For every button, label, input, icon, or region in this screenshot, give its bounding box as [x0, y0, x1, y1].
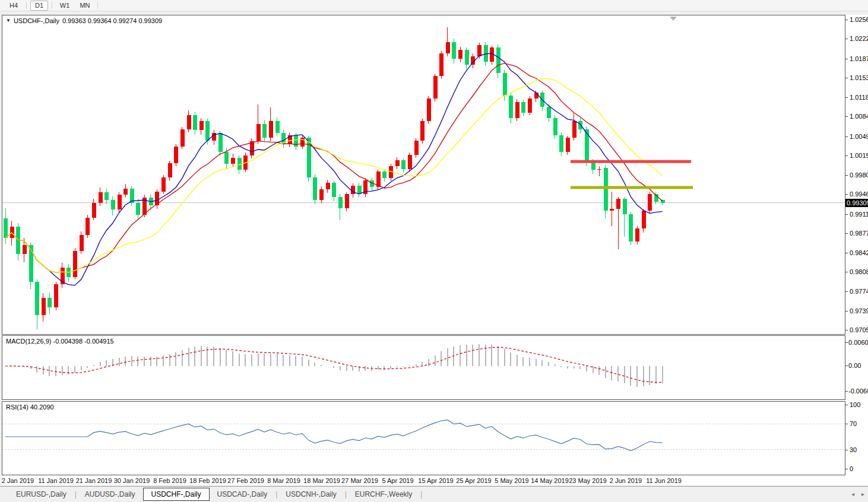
date-axis-label: 18 Mar 2019: [303, 477, 340, 484]
rsi-axis-label: 30: [850, 446, 857, 453]
candles-layer: [4, 27, 665, 329]
price-axis-label: 0.97740: [850, 288, 868, 295]
price-axis-label: 0.97390: [850, 307, 868, 314]
axis-tick: [845, 405, 848, 405]
price-axis-label: 1.01530: [850, 74, 868, 81]
timeframe-button-mn[interactable]: MN: [76, 1, 94, 11]
axis-tick: [845, 175, 848, 176]
chart-title: ▼ USDCHF-,Daily 0.99363 0.99364 0.99274 …: [6, 17, 162, 24]
date-axis-label: 23 May 2019: [569, 477, 607, 484]
candlestick-chart: [2, 15, 845, 334]
toolbar-separator: [26, 2, 27, 9]
date-axis-label: 11 Jan 2019: [38, 477, 74, 484]
tab-separator: |: [420, 490, 423, 498]
axis-tick: [845, 424, 848, 424]
date-axis-label: 27 Feb 2019: [227, 477, 264, 484]
price-axis-label: 1.01180: [850, 94, 868, 101]
timeframe-button-h4[interactable]: H4: [5, 1, 23, 11]
timeframe-button-w1[interactable]: W1: [56, 1, 74, 11]
axis-tick: [845, 116, 848, 117]
price-axis-label: 1.00840: [850, 113, 868, 120]
axis-tick: [845, 194, 848, 195]
price-axis-label: 0.98080: [850, 268, 868, 275]
toolbar-separator: [52, 2, 52, 9]
macd-axis-label: -0.006096: [848, 387, 868, 395]
chart-ohlc-values: 0.99363 0.99364 0.99274 0.99309: [62, 17, 162, 24]
date-axis-label: 5 May 2019: [495, 477, 528, 484]
price-axis-label: 1.00150: [850, 152, 868, 159]
tab-scroll-right-icon[interactable]: ▸: [861, 491, 864, 498]
date-axis-label: 21 Jan 2019: [76, 477, 112, 484]
date-axis-label: 27 Mar 2019: [341, 477, 378, 484]
price-axis-label: 1.02220: [850, 35, 868, 42]
rsi-axis-label: 100: [850, 401, 860, 408]
chart-tab-usdchf-daily[interactable]: USDCHF-,Daily: [143, 488, 210, 501]
axis-tick: [845, 311, 848, 312]
tab-scroll-arrows: ◂ ▸: [851, 491, 864, 498]
chart-symbol-label: USDCHF-,Daily: [14, 17, 59, 24]
rsi-axis-label: 0: [850, 465, 853, 472]
price-axis-label: 0.99110: [850, 211, 868, 218]
axis-tick: [845, 39, 848, 39]
date-axis-label: 2 Jan 2019: [2, 477, 34, 484]
axis-tick: [845, 97, 848, 98]
price-axis-label: 1.01870: [850, 55, 868, 62]
ma-mid-line: [5, 63, 663, 272]
rsi-line: [5, 420, 663, 451]
date-axis-label: 15 Apr 2019: [418, 477, 453, 484]
price-axis-label: 1.00490: [850, 133, 868, 140]
axis-tick: [845, 136, 848, 137]
symbol-dropdown-icon[interactable]: ▼: [6, 18, 11, 24]
price-chart-pane[interactable]: ▼ USDCHF-,Daily 0.99363 0.99364 0.99274 …: [2, 15, 845, 335]
rsi-indicator-pane[interactable]: RSI(14) 40.2090: [2, 401, 845, 475]
axis-tick: [845, 20, 848, 20]
axis-tick: [845, 59, 848, 59]
rsi-label: RSI(14) 40.2090: [6, 403, 54, 411]
macd-histogram: [5, 344, 663, 387]
macd-indicator-pane[interactable]: MACD(12,26,9) -0.004398 -0.004915: [2, 335, 845, 400]
axis-tick: [845, 272, 848, 272]
rsi-axis-label: 70: [850, 420, 857, 427]
chart-tab-eurusd-daily[interactable]: EURUSD-,Daily: [8, 488, 74, 500]
chart-tab-eurchf-weekly[interactable]: EURCHF-,Weekly: [347, 488, 420, 500]
axis-tick: [845, 330, 848, 331]
timeframe-button-d1[interactable]: D1: [30, 1, 48, 11]
axis-tick: [845, 78, 848, 78]
chart-shift-marker-icon[interactable]: [670, 17, 677, 21]
axis-tick: [845, 233, 848, 234]
rsi-chart: [2, 402, 845, 475]
macd-axis-label: 0.00: [848, 362, 861, 369]
macd-chart: [2, 336, 845, 399]
date-axis[interactable]: 2 Jan 201911 Jan 201921 Jan 201930 Jan 2…: [2, 476, 845, 485]
chart-tab-usdcnh-daily[interactable]: USDCNH-,Daily: [278, 488, 344, 500]
chart-tab-bar: EURUSD-,Daily|AUDUSD-,DailyUSDCHF-,Daily…: [0, 486, 868, 502]
axis-tick: [845, 253, 848, 253]
axis-tick: [845, 450, 848, 450]
chart-tab-audusd-daily[interactable]: AUDUSD-,Daily: [77, 488, 143, 500]
axis-tick: [845, 155, 848, 156]
toolbar-separator: [97, 2, 98, 9]
axis-tick: [845, 469, 848, 469]
timeframe-toolbar: H4D1W1MN: [0, 0, 868, 11]
chart-window: ▼ USDCHF-,Daily 0.99363 0.99364 0.99274 …: [2, 15, 868, 485]
tab-scroll-left-icon[interactable]: ◂: [851, 491, 854, 498]
axis-tick: [845, 214, 848, 215]
price-axis[interactable]: 1.025601.022201.018701.015301.011801.008…: [845, 15, 868, 476]
date-axis-label: 14 May 2019: [531, 477, 569, 484]
price-axis-label: 1.02560: [850, 16, 868, 23]
price-axis-label: 0.97050: [850, 326, 868, 333]
date-axis-label: 2 Jun 2019: [610, 477, 642, 484]
date-axis-label: 25 Apr 2019: [456, 477, 491, 484]
price-axis-label: 0.99800: [850, 171, 868, 179]
date-axis-label: 11 Jun 2019: [646, 477, 682, 484]
price-axis-label: 0.99460: [850, 190, 868, 198]
mt4-chart-screen: H4D1W1MN ▼ USDCHF-,Daily 0.99363 0.99364…: [0, 0, 868, 502]
macd-label: MACD(12,26,9) -0.004398 -0.004915: [6, 338, 114, 345]
chart-tab-usdcad-daily[interactable]: USDCAD-,Daily: [210, 488, 275, 500]
current-price-badge: 0.99309: [845, 199, 868, 207]
date-axis-label: 18 Feb 2019: [189, 477, 226, 484]
axis-tick: [845, 366, 848, 366]
axis-tick: [845, 342, 848, 343]
date-axis-label: 8 Feb 2019: [153, 477, 186, 484]
date-axis-label: 30 Jan 2019: [114, 477, 150, 484]
